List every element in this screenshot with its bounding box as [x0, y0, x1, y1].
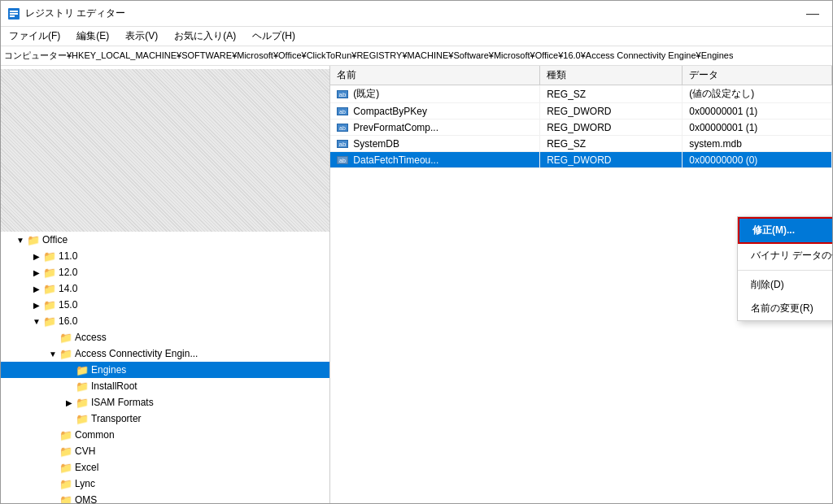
context-menu-rename[interactable]: 名前の変更(R): [738, 297, 832, 320]
tree-label: InstallRoot: [91, 380, 137, 392]
svg-rect-3: [10, 15, 15, 17]
folder-icon: 📁: [59, 445, 72, 458]
tree-item-cvh[interactable]: 📁 CVH: [1, 443, 329, 459]
tree-label: 15.0: [59, 299, 77, 311]
tree-label: Excel: [75, 462, 98, 473]
cell-data: 0x00000001 (1): [683, 103, 832, 119]
table-row[interactable]: ab SystemDB REG_SZ system.mdb: [330, 136, 832, 152]
cell-name: ab PrevFormatComp...: [330, 119, 540, 136]
cell-type: REG_SZ: [540, 85, 683, 103]
reg-sz-icon: ab: [337, 140, 348, 148]
tree-item-office[interactable]: ▼ 📁 Office: [1, 232, 329, 248]
tree-item-lync[interactable]: 📁 Lync: [1, 476, 329, 492]
menu-favorites[interactable]: お気に入り(A): [169, 28, 241, 45]
folder-icon: 📁: [59, 494, 72, 504]
menu-file[interactable]: ファイル(F): [4, 28, 65, 45]
chevron-icon: ▶: [30, 285, 43, 293]
window: レジストリ エディター — ファイル(F) 編集(E) 表示(V) お気に入り(…: [0, 0, 833, 504]
cell-type: REG_SZ: [540, 136, 683, 152]
window-title: レジストリ エディター: [25, 7, 125, 20]
folder-icon: 📁: [76, 397, 89, 409]
menu-bar: ファイル(F) 編集(E) 表示(V) お気に入り(A) ヘルプ(H): [1, 27, 832, 46]
cell-data: system.mdb: [683, 136, 832, 152]
cell-type: REG_DWORD: [540, 119, 683, 136]
chevron-icon: ▶: [30, 252, 43, 261]
tree-item-transporter[interactable]: 📁 Transporter: [1, 411, 329, 427]
folder-icon: 📁: [76, 413, 89, 425]
tree-item-excel[interactable]: 📁 Excel: [1, 459, 329, 476]
tree-item-16[interactable]: ▼ 📁 16.0: [1, 313, 329, 329]
tree-item-11[interactable]: ▶ 📁 11.0: [1, 248, 329, 264]
address-bar: コンピューター¥HKEY_LOCAL_MACHINE¥SOFTWARE¥Micr…: [1, 46, 832, 66]
tree-label: 11.0: [59, 250, 77, 262]
folder-icon: 📁: [59, 462, 72, 474]
chevron-icon: ▶: [63, 398, 76, 407]
cell-name: ab (既定): [330, 85, 540, 103]
tree-item-oms[interactable]: 📁 OMS: [1, 492, 329, 503]
tree-label: 14.0: [59, 283, 77, 294]
address-path: コンピューター¥HKEY_LOCAL_MACHINE¥SOFTWARE¥Micr…: [4, 50, 733, 62]
menu-edit[interactable]: 編集(E): [72, 28, 114, 45]
reg-dword-icon: ab: [337, 107, 348, 115]
folder-icon: 📁: [43, 267, 56, 279]
tree-label: ISAM Formats: [91, 397, 154, 408]
col-type: 種類: [540, 66, 683, 85]
folder-icon: 📁: [59, 348, 72, 360]
tree-item-14[interactable]: ▶ 📁 14.0: [1, 280, 329, 297]
tree-panel[interactable]: ▼ 📁 Office ▶ 📁 11.0 ▶ 📁 12.0 ▶ 📁 14.0: [1, 66, 330, 503]
tree-label: 12.0: [59, 267, 77, 278]
title-left: レジストリ エディター: [7, 7, 125, 20]
cell-data: 0x00000001 (1): [683, 119, 832, 136]
cell-name: ab SystemDB: [330, 136, 540, 152]
table-row-selected[interactable]: ab DataFetchTimeou... REG_DWORD 0x000000…: [330, 152, 832, 168]
title-bar: レジストリ エディター —: [1, 1, 832, 27]
table-row[interactable]: ab PrevFormatComp... REG_DWORD 0x0000000…: [330, 119, 832, 136]
modify-label: 修正(M)...: [752, 224, 795, 237]
cell-name: ab DataFetchTimeou...: [330, 152, 540, 168]
folder-icon: 📁: [76, 364, 89, 376]
tree-item-engines[interactable]: 📁 Engines: [1, 362, 329, 378]
close-button[interactable]: —: [800, 3, 826, 24]
reg-dword-icon: ab: [337, 156, 348, 164]
tree-label: Lync: [75, 478, 95, 489]
main-content: ▼ 📁 Office ▶ 📁 11.0 ▶ 📁 12.0 ▶ 📁 14.0: [1, 66, 832, 503]
folder-icon: 📁: [59, 429, 72, 441]
rename-label: 名前の変更(R): [751, 302, 813, 315]
context-menu-modify-binary[interactable]: バイナリ データの修正(B)...: [738, 244, 832, 267]
tree-label: Access: [75, 332, 107, 343]
table-row[interactable]: ab (既定) REG_SZ (値の設定なし): [330, 85, 832, 103]
tree-label: Transporter: [91, 413, 142, 424]
tree-item-installroot[interactable]: 📁 InstallRoot: [1, 378, 329, 394]
right-panel: 名前 種類 データ ab (既定) REG_SZ (値の設定なし): [330, 66, 832, 503]
tree-label: Common: [75, 429, 115, 441]
svg-rect-1: [10, 11, 18, 12]
modify-binary-label: バイナリ データの修正(B)...: [751, 249, 832, 263]
tree-item-12[interactable]: ▶ 📁 12.0: [1, 264, 329, 280]
reg-sz-icon: ab: [337, 90, 348, 98]
menu-view[interactable]: 表示(V): [120, 28, 163, 45]
delete-label: 削除(D): [751, 278, 784, 292]
chevron-icon: ▼: [46, 350, 59, 358]
svg-rect-2: [10, 13, 18, 15]
col-name: 名前: [330, 66, 540, 85]
folder-icon: 📁: [43, 283, 56, 295]
menu-help[interactable]: ヘルプ(H): [247, 28, 300, 45]
context-menu-modify[interactable]: 修正(M)...: [738, 217, 832, 244]
tree-item-access[interactable]: 📁 Access: [1, 329, 329, 345]
tree-item-common[interactable]: 📁 Common: [1, 427, 329, 443]
folder-icon: 📁: [43, 315, 56, 328]
cell-type: REG_DWORD: [540, 152, 683, 168]
tree-label: 16.0: [59, 315, 77, 327]
tree-item-isam[interactable]: ▶ 📁 ISAM Formats: [1, 394, 329, 411]
table-row[interactable]: ab CompactByPKey REG_DWORD 0x00000001 (1…: [330, 103, 832, 119]
tree-item-15[interactable]: ▶ 📁 15.0: [1, 297, 329, 313]
context-menu-delete[interactable]: 削除(D): [738, 273, 832, 297]
tree-label: CVH: [75, 445, 95, 457]
context-menu-divider: [738, 270, 832, 271]
folder-icon: 📁: [59, 332, 72, 344]
cell-data: 0x00000000 (0): [683, 152, 832, 168]
registry-table: 名前 種類 データ ab (既定) REG_SZ (値の設定なし): [330, 66, 832, 168]
tree-item-ace[interactable]: ▼ 📁 Access Connectivity Engin...: [1, 345, 329, 362]
tree-label: Office: [42, 234, 68, 245]
chevron-icon: ▶: [30, 301, 43, 310]
